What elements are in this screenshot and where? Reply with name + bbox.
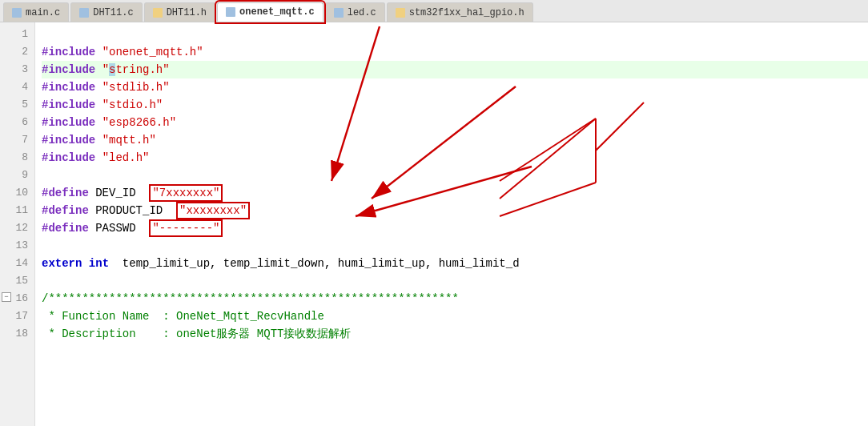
code-area: 1 2 3 4 5 6 7 8 9 10 11 12 13 14 15 − 16… [0,22,868,426]
collapse-icon-16[interactable]: − [2,292,11,302]
code-line-12: #define PASSWD "--------" [42,219,868,237]
productid-value-box: "xxxxxxxx" [176,202,250,219]
code-line-5: #include "stdio.h" [42,96,868,114]
keyword-include-5: #include [42,96,95,114]
keyword-int: int [89,255,109,272]
comment-line-17: * Function Name : OneNet_Mqtt_RecvHandle [42,307,324,325]
line-num-11: 11 [0,202,34,219]
tab-led-c[interactable]: led.c [325,2,385,22]
devid-value: "7xxxxxxx" [152,187,219,199]
code-line-6: #include "esp8266.h" [42,114,868,131]
file-icon-led-c [334,8,344,18]
file-icon-onenet-mqtt-c [226,7,235,17]
string-led-h: "led.h" [102,149,150,167]
line-num-14: 14 [0,255,34,272]
code-line-3: #include "string.h" [42,61,868,78]
code-line-11: #define PRODUCT_ID "xxxxxxxx" [42,202,868,219]
line-num-8: 8 [0,149,34,167]
line-num-4: 4 [0,78,34,96]
keyword-include-3: #include [42,61,95,78]
file-icon-main-c [12,8,22,18]
tab-label-dht11-h: DHT11.h [167,7,207,18]
line-num-2: 2 [0,43,34,61]
code-line-16: /***************************************… [42,290,868,307]
code-line-7: #include "mqtt.h" [42,131,868,149]
tab-dht11-c[interactable]: DHT11.c [70,2,142,22]
tab-label-dht11-c: DHT11.c [93,7,133,18]
code-line-4: #include "stdlib.h" [42,78,868,96]
string-stdio-h: "stdio.h" [102,96,163,114]
line-numbers: 1 2 3 4 5 6 7 8 9 10 11 12 13 14 15 − 16… [0,22,35,426]
keyword-define-10: #define [42,184,89,202]
keyword-include-4: #include [42,78,95,96]
comment-line-18: * Description : oneNet服务器 MQTT接收数据解析 [42,325,351,343]
string-string-h: "string.h" [102,61,170,78]
file-icon-stm32-h [396,8,405,18]
line-num-3: 3 [0,61,34,78]
file-icon-dht11-h [153,8,163,18]
tab-main-c[interactable]: main.c [3,2,69,22]
code-line-18: * Description : oneNet服务器 MQTT接收数据解析 [42,325,868,343]
line-num-1: 1 [0,26,34,43]
line-num-17: 17 [0,307,34,325]
line-num-16: − 16 [0,290,34,307]
tab-dht11-h[interactable]: DHT11.h [144,2,215,22]
keyword-include-6: #include [42,114,95,131]
code-line-8: #include "led.h" [42,149,868,167]
line-num-6: 6 [0,114,34,131]
line-num-13: 13 [0,237,34,255]
line-num-7: 7 [0,131,34,149]
line-num-18: 18 [0,325,34,343]
code-line-15 [42,272,868,290]
string-onenet-mqtt-h: "onenet_mqtt.h" [102,43,203,61]
code-content[interactable]: #include "onenet_mqtt.h" #include "strin… [35,22,868,426]
line-num-9: 9 [0,167,34,184]
string-esp8266-h: "esp8266.h" [102,114,176,131]
tab-bar: main.c DHT11.c DHT11.h onenet_mqtt.c led… [0,0,868,22]
code-line-17: * Function Name : OneNet_Mqtt_RecvHandle [42,307,868,325]
tab-label-main-c: main.c [26,7,60,18]
code-line-2: #include "onenet_mqtt.h" [42,43,868,61]
string-mqtt-h: "mqtt.h" [102,131,156,149]
file-icon-dht11-c [79,8,89,18]
devid-value-box: "7xxxxxxx" [149,184,223,202]
keyword-include-2: #include [42,43,95,61]
tab-label-stm32-h: stm32f1xx_hal_gpio.h [409,7,524,18]
comment-line-16: /***************************************… [42,290,459,307]
keyword-extern: extern [42,255,82,272]
line-num-12: 12 [0,219,34,237]
keyword-include-8: #include [42,149,95,167]
passwd-value: "--------" [152,222,219,235]
productid-value: "xxxxxxxx" [179,204,247,217]
code-line-10: #define DEV_ID "7xxxxxxx" [42,184,868,202]
keyword-include-7: #include [42,131,95,149]
tab-onenet-mqtt-c[interactable]: onenet_mqtt.c [217,2,323,22]
tab-label-led-c: led.c [348,7,376,18]
tab-stm32-h[interactable]: stm32f1xx_hal_gpio.h [387,2,533,22]
code-line-1 [42,26,868,43]
line-num-5: 5 [0,96,34,114]
line-num-15: 15 [0,272,34,290]
keyword-define-12: #define [42,219,89,237]
code-line-9 [42,167,868,184]
line-num-10: 10 [0,184,34,202]
keyword-define-11: #define [42,202,89,219]
tab-label-onenet-mqtt-c: onenet_mqtt.c [239,6,315,18]
string-stdlib-h: "stdlib.h" [102,78,170,96]
code-line-14: extern int temp_limit_up, temp_limit_dow… [42,255,868,272]
code-line-13 [42,237,868,255]
passwd-value-box: "--------" [149,219,223,237]
